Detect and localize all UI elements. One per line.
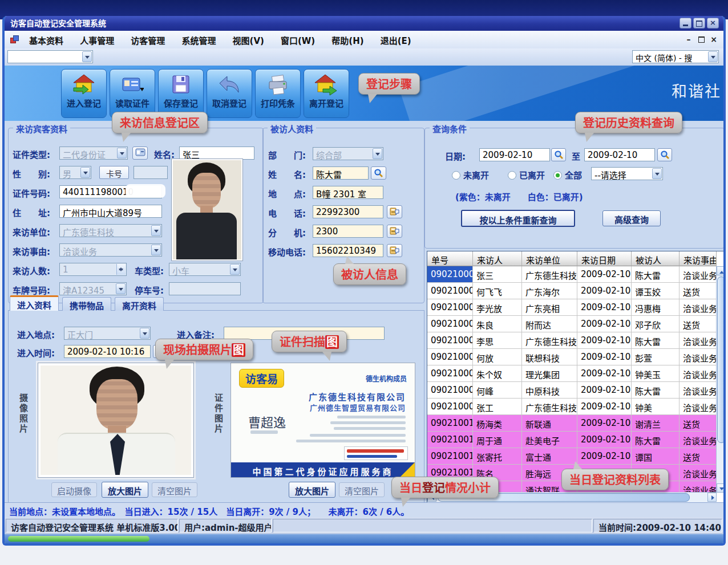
table-cell[interactable]: 送货: [680, 283, 717, 299]
table-row[interactable]: 090210007朱个奴理光集团2009-02-10钟美玉洽谈业务: [427, 365, 726, 382]
table-cell[interactable]: 洽谈业务: [680, 266, 717, 283]
advanced-query-button[interactable]: 高级查询: [602, 210, 661, 226]
table-cell[interactable]: 送货: [680, 415, 717, 432]
table-row[interactable]: 090210001张三广东德生科技2009-02-10陈大雷洽谈业务: [427, 266, 726, 283]
gender-combo[interactable]: 男: [59, 166, 91, 179]
chevron-down-icon[interactable]: [140, 328, 149, 339]
read-card-button[interactable]: 读取证件: [110, 69, 155, 118]
column-header[interactable]: 来访事由: [680, 251, 717, 266]
table-row[interactable]: 090210004朱良附而达2009-02-10邓子欣送货: [427, 316, 726, 332]
table-cell[interactable]: 090210010: [427, 415, 473, 432]
start-camera-button[interactable]: 启动摄像: [51, 482, 97, 497]
date-from-input[interactable]: 2009-02-10: [479, 148, 550, 161]
search-person-icon[interactable]: [371, 166, 386, 180]
vertical-scrollbar[interactable]: [716, 266, 726, 493]
print-slip-button[interactable]: 打印凭条: [255, 69, 301, 118]
chevron-down-icon[interactable]: [151, 225, 161, 236]
tab-carried-items[interactable]: 携带物品: [62, 297, 111, 311]
card-no-input[interactable]: [134, 166, 168, 179]
chevron-down-icon[interactable]: [230, 264, 240, 275]
table-cell[interactable]: 090210008: [427, 382, 473, 399]
tab-leave-info[interactable]: 离开资料: [115, 297, 164, 311]
chevron-down-icon[interactable]: [117, 148, 127, 158]
radio-not-left[interactable]: 未离开: [452, 169, 489, 178]
table-cell[interactable]: 广东德生科技: [522, 399, 577, 415]
menu-basic-data[interactable]: 基本资料: [22, 31, 70, 46]
table-cell[interactable]: 李光放: [473, 299, 522, 316]
date-from-picker-icon[interactable]: [551, 148, 566, 161]
stepper-arrows-icon[interactable]: [116, 264, 126, 275]
table-cell[interactable]: 中原科技: [522, 382, 577, 399]
table-cell[interactable]: 谭国: [632, 448, 680, 465]
table-cell[interactable]: 广东亮相: [522, 299, 577, 316]
table-cell[interactable]: 张工: [473, 399, 522, 415]
minimize-icon[interactable]: [680, 18, 691, 29]
mdi-close-icon[interactable]: ×: [709, 34, 719, 44]
table-cell[interactable]: 090210004: [427, 316, 473, 332]
table-cell[interactable]: 洽谈业务: [680, 365, 717, 382]
table-cell[interactable]: 冯惠梅: [632, 299, 680, 316]
restore-icon[interactable]: [693, 18, 705, 29]
chevron-down-icon[interactable]: [116, 283, 126, 294]
table-cell[interactable]: 090210007: [427, 365, 473, 382]
column-header[interactable]: 来访单位: [522, 251, 577, 266]
filter-select[interactable]: --请选择: [591, 167, 663, 180]
table-cell[interactable]: 赴美电子: [522, 432, 577, 448]
table-cell[interactable]: 090210005: [427, 332, 473, 349]
table-cell[interactable]: 2009-02-10: [577, 316, 632, 332]
card-reader-icon[interactable]: [132, 147, 148, 160]
table-cell[interactable]: 张寄托: [473, 448, 522, 465]
radio-all[interactable]: 全部: [553, 169, 582, 178]
table-cell[interactable]: 洽谈业务: [680, 299, 717, 316]
dept-combo[interactable]: 综合部: [313, 147, 383, 160]
table-cell[interactable]: 2009-02-10: [577, 399, 632, 415]
table-cell[interactable]: 彭萱: [632, 349, 680, 365]
cert-type-combo[interactable]: 二代身份证: [59, 147, 128, 160]
interviewee-name-input[interactable]: 陈大雷: [313, 166, 369, 180]
table-cell[interactable]: 附而达: [522, 316, 577, 332]
clear-scan-button[interactable]: 清空图片: [339, 482, 385, 497]
cancel-register-button[interactable]: 取消登记: [207, 69, 252, 118]
radio-left[interactable]: 已离开: [508, 169, 545, 178]
table-cell[interactable]: 2009-02-10: [577, 299, 632, 316]
chevron-down-icon[interactable]: [708, 51, 718, 62]
table-cell[interactable]: 洽谈业务: [680, 432, 717, 448]
table-cell[interactable]: 朱良: [473, 316, 522, 332]
table-cell[interactable]: 090210003: [427, 299, 473, 316]
menu-hr[interactable]: 人事管理: [73, 31, 121, 46]
location-input[interactable]: B幢 2301 室: [313, 186, 383, 199]
table-cell[interactable]: 090210012: [427, 448, 473, 465]
enter-register-button[interactable]: 进入登记: [61, 69, 107, 118]
column-header[interactable]: 单号: [427, 251, 473, 266]
table-row[interactable]: 090210006何放联想科技2009-02-10彭萱洽谈业务: [427, 349, 726, 365]
table-cell[interactable]: 周于通: [473, 432, 522, 448]
entry-place-combo[interactable]: 正大门: [64, 327, 151, 340]
table-cell[interactable]: 钟美玉: [632, 365, 680, 382]
table-row[interactable]: 090210011周于通赴美电子2009-02-10陈大雷洽谈业务: [427, 432, 726, 448]
table-row[interactable]: 090210002何飞飞广东海尔2009-02-10谭玉姣送货: [427, 283, 726, 299]
table-cell[interactable]: 联想科技: [522, 349, 577, 365]
table-cell[interactable]: 谭玉姣: [632, 283, 680, 299]
table-cell[interactable]: 洽谈业务: [680, 349, 717, 365]
address-input[interactable]: 广州市中山大道89号: [59, 205, 162, 218]
scroll-right-icon[interactable]: [707, 493, 717, 502]
table-cell[interactable]: 090210011: [427, 432, 473, 448]
column-header[interactable]: 来访日期: [577, 251, 632, 266]
visit-unit-combo[interactable]: 广东德生科技: [59, 224, 162, 237]
column-header[interactable]: 被访人: [632, 251, 680, 266]
table-cell[interactable]: 何放: [473, 349, 522, 365]
table-cell[interactable]: 陈大雷: [632, 382, 680, 399]
table-cell[interactable]: 新联通: [522, 415, 577, 432]
table-cell[interactable]: 谢清兰: [632, 415, 680, 432]
menu-window[interactable]: 窗口(W): [274, 31, 322, 46]
table-cell[interactable]: 富士通: [522, 448, 577, 465]
chevron-down-icon[interactable]: [373, 148, 382, 159]
quick-select-combo[interactable]: [7, 50, 93, 63]
mdi-restore-icon[interactable]: [696, 34, 706, 44]
table-cell[interactable]: 张三: [473, 266, 522, 283]
table-cell[interactable]: 李思: [473, 332, 522, 349]
leave-register-button[interactable]: 离开登记: [304, 69, 349, 118]
table-cell[interactable]: 090210001: [427, 266, 473, 283]
chevron-down-icon[interactable]: [80, 167, 90, 178]
table-cell[interactable]: 090210002: [427, 283, 473, 299]
